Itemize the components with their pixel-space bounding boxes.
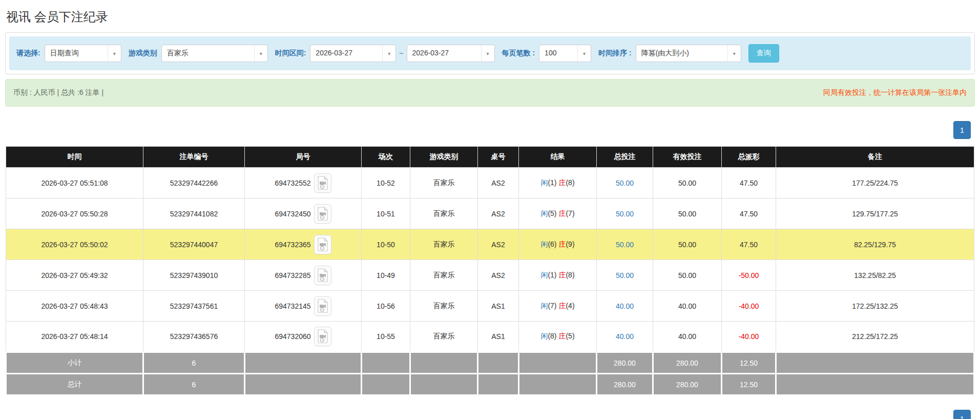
cell-time: 2026-03-27 05:50:28 xyxy=(6,198,143,229)
cell-result: 闲(5) 庄(7) xyxy=(519,198,597,229)
total-bet-link[interactable]: 50.00 xyxy=(616,179,634,187)
cell-remark: 177.25/224.75 xyxy=(776,168,974,198)
total-total-bet: 280.00 xyxy=(597,374,653,395)
cell-table-id: AS1 xyxy=(478,291,519,322)
cell-table-id: AS2 xyxy=(478,198,519,229)
video-replay-button[interactable] xyxy=(314,173,331,193)
search-button[interactable]: 查询 xyxy=(748,44,779,63)
cell-result: 闲(7) 庄(4) xyxy=(519,291,597,322)
page-1-button-bottom[interactable]: 1 xyxy=(953,410,971,419)
col-header-payout: 总派彩 xyxy=(722,147,776,168)
total-bet-link[interactable]: 50.00 xyxy=(616,271,634,280)
result-banker-count: (7) xyxy=(566,209,574,217)
page: 视讯 会员下注纪录 请选择: 日期查询 ▾ 游戏类别 百家乐 ▾ 时间区间: 2… xyxy=(0,9,980,419)
chevron-down-icon: ▾ xyxy=(382,45,395,62)
round-id: 694732450 xyxy=(275,210,310,218)
date-from-value: 2026-03-27 xyxy=(310,45,382,62)
result-player-count: (8) xyxy=(548,332,556,340)
cell-session: 10-56 xyxy=(362,291,410,322)
chevron-down-icon: ▾ xyxy=(577,45,591,62)
round-id: 694732060 xyxy=(275,332,310,341)
subtotal-count: 6 xyxy=(143,352,245,374)
cell-valid-bet: 40.00 xyxy=(653,322,722,352)
pagination-bottom: 1 xyxy=(5,410,971,419)
video-replay-button[interactable] xyxy=(314,327,331,346)
video-replay-button[interactable] xyxy=(314,204,331,224)
cell-payout: -40.00 xyxy=(722,291,776,322)
total-bet-link[interactable]: 50.00 xyxy=(616,210,634,218)
query-type-label: 请选择: xyxy=(16,49,40,58)
cell-round: 694732552 xyxy=(245,168,362,198)
query-type-value: 日期查询 xyxy=(45,45,108,62)
result-banker-label: 庄 xyxy=(558,209,566,217)
cell-session: 10-55 xyxy=(362,322,410,352)
subtotal-valid-bet: 280.00 xyxy=(653,352,722,374)
cell-result: 闲(1) 庄(8) xyxy=(519,168,597,198)
cell-table-id: AS1 xyxy=(478,322,519,352)
table-body: 2026-03-27 05:51:08 523297442266 6947325… xyxy=(6,168,974,352)
video-replay-button[interactable] xyxy=(314,235,331,254)
table-row: 2026-03-27 05:48:43 523297437561 6947321… xyxy=(6,291,974,322)
cell-bet-id: 523297441082 xyxy=(143,198,245,229)
total-row: 总计 6 280.00 280.00 12.50 xyxy=(6,374,974,395)
cell-payout: -50.00 xyxy=(722,260,776,291)
video-replay-icon xyxy=(317,268,328,282)
page-size-select[interactable]: 100 ▾ xyxy=(539,45,591,62)
page-title: 视讯 会员下注纪录 xyxy=(6,9,975,25)
cell-time: 2026-03-27 05:49:32 xyxy=(6,260,143,291)
total-bet-link[interactable]: 40.00 xyxy=(616,332,634,341)
result-banker-label: 庄 xyxy=(558,302,566,310)
date-to-select[interactable]: 2026-03-27 ▾ xyxy=(407,45,495,62)
cell-payout: 47.50 xyxy=(722,229,776,260)
cell-total-bet: 40.00 xyxy=(597,291,653,322)
video-replay-icon xyxy=(317,207,328,221)
cell-table-id: AS2 xyxy=(478,168,519,198)
result-banker-count: (8) xyxy=(566,178,574,187)
result-banker-count: (5) xyxy=(566,332,574,340)
cell-bet-id: 523297436576 xyxy=(143,322,245,352)
cell-game-type: 百家乐 xyxy=(410,229,478,260)
cell-total-bet: 50.00 xyxy=(597,229,653,260)
total-valid-bet: 280.00 xyxy=(653,374,722,395)
cell-valid-bet: 40.00 xyxy=(653,291,722,322)
page-size-value: 100 xyxy=(539,45,577,62)
result-banker-label: 庄 xyxy=(558,240,566,248)
cell-total-bet: 40.00 xyxy=(597,322,653,352)
video-replay-icon xyxy=(317,176,328,190)
result-player-label: 闲 xyxy=(540,240,548,248)
result-banker-count: (8) xyxy=(566,271,574,279)
total-bet-link[interactable]: 40.00 xyxy=(616,302,634,310)
cell-total-bet: 50.00 xyxy=(597,168,653,198)
chevron-down-icon: ▾ xyxy=(481,45,494,62)
cell-result: 闲(6) 庄(9) xyxy=(519,229,597,260)
col-header-valid-bet: 有效投注 xyxy=(653,147,722,168)
subtotal-total-bet: 280.00 xyxy=(597,352,653,374)
chevron-down-icon: ▾ xyxy=(727,45,741,62)
cell-session: 10-49 xyxy=(362,260,410,291)
date-from-select[interactable]: 2026-03-27 ▾ xyxy=(310,45,396,62)
round-id: 694732145 xyxy=(275,302,310,310)
cell-time: 2026-03-27 05:48:14 xyxy=(6,322,143,352)
col-header-time: 时间 xyxy=(6,147,143,168)
sort-label: 时间排序 : xyxy=(598,49,632,58)
query-type-select[interactable]: 日期查询 ▾ xyxy=(45,45,121,62)
table-row: 2026-03-27 05:48:14 523297436576 6947320… xyxy=(6,322,974,352)
video-replay-button[interactable] xyxy=(314,266,331,285)
cell-payout: -40.00 xyxy=(722,322,776,352)
game-type-select[interactable]: 百家乐 ▾ xyxy=(161,45,268,62)
game-type-value: 百家乐 xyxy=(162,45,254,62)
game-type-label: 游戏类别 xyxy=(129,49,157,58)
sort-select[interactable]: 降冪(由大到小) ▾ xyxy=(636,45,741,62)
sort-value: 降冪(由大到小) xyxy=(636,45,727,62)
total-bet-link[interactable]: 50.00 xyxy=(616,241,634,249)
video-replay-icon xyxy=(317,237,328,251)
video-replay-icon xyxy=(317,329,328,343)
subtotal-payout: 12.50 xyxy=(722,352,776,374)
video-replay-button[interactable] xyxy=(314,296,331,316)
result-player-label: 闲 xyxy=(540,271,548,279)
page-1-button[interactable]: 1 xyxy=(953,121,971,139)
cell-payout: 47.50 xyxy=(722,168,776,198)
cell-time: 2026-03-27 05:51:08 xyxy=(6,168,143,198)
col-header-result: 结果 xyxy=(519,147,597,168)
page-size-label: 每页笔数 : xyxy=(502,49,535,58)
